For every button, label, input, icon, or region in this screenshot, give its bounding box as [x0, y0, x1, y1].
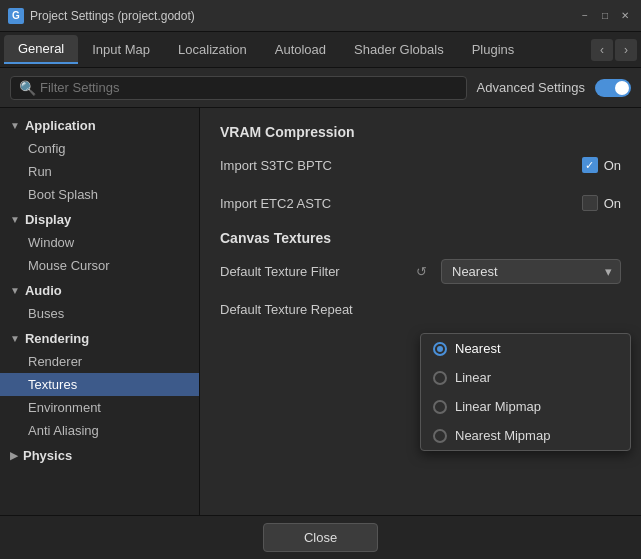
default-texture-repeat-label: Default Texture Repeat	[220, 302, 621, 317]
vram-section-title: VRAM Compression	[220, 124, 621, 140]
tab-next-button[interactable]: ›	[615, 39, 637, 61]
filter-input-wrap: 🔍	[10, 76, 467, 100]
tab-autoload[interactable]: Autoload	[261, 36, 340, 63]
maximize-button[interactable]: □	[597, 8, 613, 24]
sidebar-item-run[interactable]: Run	[0, 160, 199, 183]
dropdown-label-linear-mipmap: Linear Mipmap	[455, 399, 541, 414]
sidebar-section-label-display: Display	[25, 212, 71, 227]
sidebar-section-rendering: ▼ Rendering Renderer Textures Environmen…	[0, 327, 199, 442]
sidebar-section-header-audio[interactable]: ▼ Audio	[0, 279, 199, 302]
sidebar-item-window[interactable]: Window	[0, 231, 199, 254]
texture-filter-dropdown[interactable]: Nearest	[441, 259, 621, 284]
arrow-icon-audio: ▼	[10, 285, 20, 296]
import-s3tc-value: ✓ On	[582, 157, 621, 173]
content-area: VRAM Compression Import S3TC BPTC ✓ On I…	[200, 108, 641, 515]
import-etc2-checkbox[interactable]	[582, 195, 598, 211]
sidebar-section-header-physics[interactable]: ▶ Physics	[0, 444, 199, 467]
sidebar-section-display: ▼ Display Window Mouse Cursor	[0, 208, 199, 277]
tab-plugins[interactable]: Plugins	[458, 36, 529, 63]
default-texture-repeat-row: Default Texture Repeat	[220, 294, 621, 324]
sidebar-section-audio: ▼ Audio Buses	[0, 279, 199, 325]
arrow-icon-physics: ▶	[10, 450, 18, 461]
sidebar-item-renderer[interactable]: Renderer	[0, 350, 199, 373]
tab-localization[interactable]: Localization	[164, 36, 261, 63]
sidebar-section-label-rendering: Rendering	[25, 331, 89, 346]
arrow-icon: ▼	[10, 120, 20, 131]
texture-filter-dropdown-value: Nearest	[452, 264, 498, 279]
dropdown-option-linear-mipmap[interactable]: Linear Mipmap	[421, 392, 630, 421]
tab-input-map[interactable]: Input Map	[78, 36, 164, 63]
sidebar-item-mouse-cursor[interactable]: Mouse Cursor	[0, 254, 199, 277]
dropdown-option-linear[interactable]: Linear	[421, 363, 630, 392]
sidebar-item-textures[interactable]: Textures	[0, 373, 199, 396]
sidebar-section-label-audio: Audio	[25, 283, 62, 298]
tab-general[interactable]: General	[4, 35, 78, 64]
default-texture-filter-row: Default Texture Filter ↺ Nearest	[220, 256, 621, 286]
search-icon: 🔍	[19, 80, 36, 96]
window-controls: − □ ✕	[577, 8, 633, 24]
tab-bar: General Input Map Localization Autoload …	[0, 32, 641, 68]
tab-nav: ‹ ›	[591, 39, 637, 61]
default-texture-filter-label: Default Texture Filter	[220, 264, 411, 279]
radio-nearest	[433, 342, 447, 356]
radio-linear-mipmap	[433, 400, 447, 414]
sidebar-item-environment[interactable]: Environment	[0, 396, 199, 419]
close-button[interactable]: Close	[263, 523, 378, 552]
sidebar-section-label-application: Application	[25, 118, 96, 133]
import-s3tc-row: Import S3TC BPTC ✓ On	[220, 150, 621, 180]
dropdown-option-nearest-mipmap[interactable]: Nearest Mipmap	[421, 421, 630, 450]
advanced-settings-label: Advanced Settings	[477, 80, 585, 95]
advanced-settings-toggle[interactable]	[595, 79, 631, 97]
sidebar-item-buses[interactable]: Buses	[0, 302, 199, 325]
sidebar-section-physics: ▶ Physics	[0, 444, 199, 467]
dropdown-option-nearest[interactable]: Nearest	[421, 334, 630, 363]
radio-nearest-mipmap	[433, 429, 447, 443]
sidebar-item-boot-splash[interactable]: Boot Splash	[0, 183, 199, 206]
filter-input[interactable]	[40, 80, 458, 95]
sidebar: ▼ Application Config Run Boot Splash ▼ D…	[0, 108, 200, 515]
tab-prev-button[interactable]: ‹	[591, 39, 613, 61]
tab-shader-globals[interactable]: Shader Globals	[340, 36, 458, 63]
import-etc2-row: Import ETC2 ASTC On	[220, 188, 621, 218]
sidebar-section-header-rendering[interactable]: ▼ Rendering	[0, 327, 199, 350]
canvas-section-title: Canvas Textures	[220, 230, 621, 246]
sidebar-section-header-display[interactable]: ▼ Display	[0, 208, 199, 231]
dropdown-label-nearest-mipmap: Nearest Mipmap	[455, 428, 550, 443]
sidebar-item-config[interactable]: Config	[0, 137, 199, 160]
minimize-button[interactable]: −	[577, 8, 593, 24]
import-s3tc-on-label: On	[604, 158, 621, 173]
filter-bar: 🔍 Advanced Settings	[0, 68, 641, 108]
import-etc2-on-label: On	[604, 196, 621, 211]
arrow-icon-display: ▼	[10, 214, 20, 225]
title-bar: G Project Settings (project.godot) − □ ✕	[0, 0, 641, 32]
import-etc2-label: Import ETC2 ASTC	[220, 196, 582, 211]
import-etc2-value: On	[582, 195, 621, 211]
texture-filter-dropdown-menu: Nearest Linear Linear Mipmap Nearest Mip…	[420, 333, 631, 451]
default-texture-filter-value: ↺ Nearest	[411, 259, 621, 284]
dropdown-label-linear: Linear	[455, 370, 491, 385]
main-layout: ▼ Application Config Run Boot Splash ▼ D…	[0, 108, 641, 515]
arrow-icon-rendering: ▼	[10, 333, 20, 344]
dropdown-label-nearest: Nearest	[455, 341, 501, 356]
window-title: Project Settings (project.godot)	[30, 9, 577, 23]
sidebar-section-header-application[interactable]: ▼ Application	[0, 114, 199, 137]
close-window-button[interactable]: ✕	[617, 8, 633, 24]
reset-filter-button[interactable]: ↺	[411, 261, 431, 281]
sidebar-item-anti-aliasing[interactable]: Anti Aliasing	[0, 419, 199, 442]
app-icon: G	[8, 8, 24, 24]
sidebar-section-application: ▼ Application Config Run Boot Splash	[0, 114, 199, 206]
radio-linear	[433, 371, 447, 385]
sidebar-section-label-physics: Physics	[23, 448, 72, 463]
import-s3tc-label: Import S3TC BPTC	[220, 158, 582, 173]
import-s3tc-checkbox[interactable]: ✓	[582, 157, 598, 173]
footer: Close	[0, 515, 641, 559]
